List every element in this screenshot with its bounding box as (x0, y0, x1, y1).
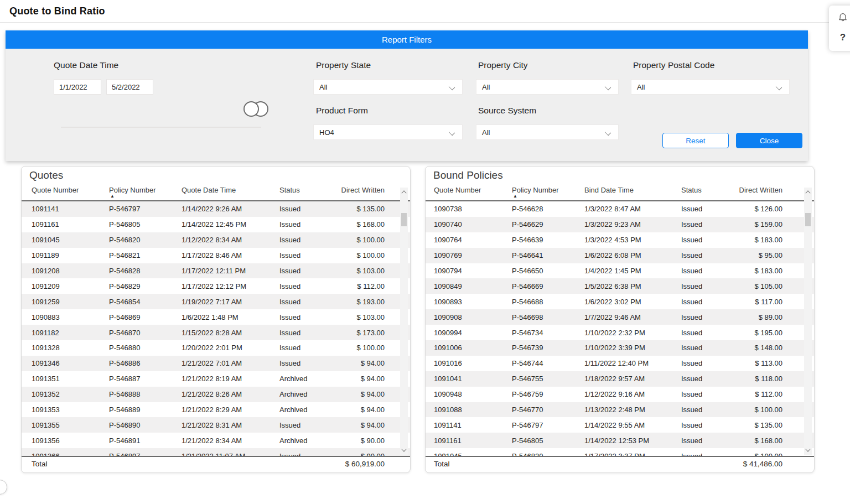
total-label: Total (434, 460, 450, 468)
table-row[interactable]: 1090849P-5466691/5/2022 6:38 PMIssued$ 1… (426, 278, 814, 294)
column-header-status[interactable]: Status (279, 186, 331, 200)
column-header-status[interactable]: Status (681, 186, 719, 200)
table-cell: Issued (279, 220, 331, 228)
table-row[interactable]: 1091351P-5468871/21/2022 8:19 AMArchived… (22, 371, 410, 387)
table-row[interactable]: 1091006P-5467391/10/2022 3:39 PMIssued$ … (426, 340, 814, 356)
table-row[interactable]: 1091366P-5468971/21/2022 11:07 AMIssued$… (22, 448, 410, 456)
chevron-down-icon (449, 129, 455, 136)
table-cell: $ 94.00 (331, 421, 410, 429)
close-button[interactable]: Close (736, 133, 802, 148)
scrollbar-thumb[interactable] (401, 213, 407, 226)
scroll-down-icon[interactable] (401, 446, 406, 451)
page-edge-handle[interactable] (0, 480, 7, 495)
table-cell: 1090738 (434, 205, 512, 213)
table-row[interactable]: 1090740P-5466291/3/2022 9:23 AMIssued$ 1… (426, 217, 814, 232)
column-header-policy-number[interactable]: Policy Number (512, 186, 584, 200)
table-row[interactable]: 1091161P-5468051/14/2022 12:53 PMIssued$… (426, 433, 814, 448)
property-city-dropdown[interactable]: All (476, 79, 619, 95)
bound-total-row: Total $ 41,486.00 (426, 456, 814, 471)
table-row[interactable]: 1091346P-5468861/21/2022 7:01 AMIssued$ … (22, 356, 410, 371)
table-row[interactable]: 1091259P-5468541/19/2022 7:17 AMIssued$ … (22, 294, 410, 309)
table-cell: P-546869 (109, 313, 182, 321)
property-city-value: All (482, 83, 490, 91)
table-cell: P-546897 (109, 452, 182, 456)
table-row[interactable]: 1090948P-5467591/12/2022 9:16 AMIssued$ … (426, 387, 814, 402)
table-row[interactable]: 1090883P-5468691/6/2022 1:48 PMIssued$ 1… (22, 309, 410, 325)
table-cell: $ 103.00 (331, 267, 410, 275)
table-row[interactable]: 1090908P-5466981/7/2022 9:46 AMIssued$ 8… (426, 309, 814, 325)
table-cell: P-546821 (109, 251, 182, 259)
quotes-table-card: Quotes Quote Number Policy Number Quote … (21, 166, 411, 473)
table-row[interactable]: 1091189P-5468211/17/2022 8:46 AMIssued$ … (22, 248, 410, 263)
source-system-dropdown[interactable]: All (476, 124, 619, 140)
scroll-up-icon[interactable] (401, 190, 406, 195)
help-button[interactable]: ? (837, 32, 849, 44)
table-cell: P-546890 (109, 421, 182, 429)
table-row[interactable]: 1091182P-5468701/15/2022 8:28 AMIssued$ … (22, 325, 410, 340)
table-row[interactable]: 1091352P-5468881/21/2022 8:26 AMArchived… (22, 387, 410, 402)
property-state-dropdown[interactable]: All (313, 79, 463, 95)
column-header-quote-number[interactable]: Quote Number (32, 186, 109, 200)
table-row[interactable]: 1091141P-5467971/14/2022 9:55 AMIssued$ … (426, 417, 814, 433)
table-cell: P-546639 (512, 236, 584, 244)
table-row[interactable]: 1090764P-5466391/3/2022 4:53 PMIssued$ 1… (426, 232, 814, 248)
table-row[interactable]: 1090794P-5466501/4/2022 1:45 PMIssued$ 1… (426, 263, 814, 279)
table-cell: 1/21/2022 8:34 AM (182, 437, 279, 445)
table-cell: 1091045 (32, 236, 109, 244)
table-cell: $ 103.00 (331, 313, 410, 321)
table-cell: P-546628 (512, 205, 584, 213)
quote-date-end-input[interactable]: 5/2/2022 (106, 79, 153, 95)
date-range-slider-track[interactable] (61, 127, 261, 128)
table-row[interactable]: 1091355P-5468901/21/2022 8:31 AMIssued$ … (22, 417, 410, 433)
property-postal-code-dropdown[interactable]: All (631, 79, 790, 95)
table-cell: 1090908 (434, 313, 512, 321)
table-row[interactable]: 1090769P-5466411/6/2022 6:08 PMIssued$ 9… (426, 248, 814, 263)
table-row[interactable]: 1091209P-5468291/17/2022 12:12 PMIssued$… (22, 278, 410, 294)
column-header-quote-number[interactable]: Quote Number (434, 186, 512, 200)
table-row[interactable]: 1091045P-5468201/12/2022 8:34 AMIssued$ … (22, 232, 410, 248)
table-row[interactable]: 1090994P-5467341/10/2022 2:32 PMIssued$ … (426, 325, 814, 340)
column-header-policy-number[interactable]: Policy Number (109, 186, 182, 200)
column-header-direct-written[interactable]: Direct Written (331, 186, 410, 200)
date-range-slider-handle-start[interactable] (243, 101, 259, 117)
quote-date-start-input[interactable]: 1/1/2022 (54, 79, 101, 95)
quotes-scrollbar[interactable] (400, 188, 408, 455)
table-row[interactable]: 1091161P-5468051/14/2022 12:45 PMIssued$… (22, 217, 410, 232)
table-row[interactable]: 1091016P-5467441/11/2022 12:40 PMIssued$… (426, 356, 814, 371)
notifications-button[interactable] (837, 13, 849, 25)
table-row[interactable]: 1091045P-5468201/17/2022 3:37 PMIssued$ … (426, 448, 814, 456)
table-row[interactable]: 1091328P-5468801/20/2022 2:01 PMIssued$ … (22, 340, 410, 356)
table-row[interactable]: 1091356P-5468911/21/2022 8:34 AMArchived… (22, 433, 410, 448)
scroll-down-icon[interactable] (805, 446, 810, 451)
column-header-direct-written[interactable]: Direct Written (719, 186, 814, 200)
table-cell: 1091006 (434, 344, 512, 352)
table-row[interactable]: 1091353P-5468891/21/2022 8:29 AMArchived… (22, 402, 410, 418)
table-cell: 1/18/2022 9:57 AM (584, 375, 681, 383)
table-cell: P-546820 (512, 452, 584, 456)
scroll-up-icon[interactable] (805, 190, 810, 195)
table-cell: 1/14/2022 9:55 AM (584, 421, 681, 429)
product-form-dropdown[interactable]: HO4 (313, 124, 463, 140)
reset-button[interactable]: Reset (662, 133, 729, 148)
table-row[interactable]: 1090738P-5466281/3/2022 8:47 AMIssued$ 1… (426, 201, 814, 217)
column-header-bind-date-time[interactable]: Bind Date Time (584, 186, 681, 200)
table-row[interactable]: 1091088P-5467701/13/2022 2:48 PMIssued$ … (426, 402, 814, 418)
table-row[interactable]: 1091141P-5467971/14/2022 9:26 AMIssued$ … (22, 201, 410, 217)
scrollbar-thumb[interactable] (805, 213, 811, 226)
bound-scrollbar[interactable] (804, 188, 812, 455)
quick-actions-panel: ? (829, 6, 850, 51)
table-cell: P-546889 (109, 406, 182, 414)
table-cell: $ 113.00 (719, 359, 814, 367)
column-header-quote-date-time[interactable]: Quote Date Time (182, 186, 279, 200)
table-cell: 1091208 (32, 267, 109, 275)
table-cell: 1/17/2022 3:37 PM (584, 452, 681, 456)
table-row[interactable]: 1090893P-5466881/6/2022 3:02 PMIssued$ 1… (426, 294, 814, 309)
chevron-down-icon (449, 84, 455, 90)
table-cell: Issued (681, 267, 719, 275)
table-cell: 1/21/2022 8:19 AM (182, 375, 279, 383)
table-row[interactable]: 1091041P-5467551/18/2022 9:57 AMIssued$ … (426, 371, 814, 387)
table-row[interactable]: 1091208P-5468281/17/2022 12:11 PMIssued$… (22, 263, 410, 279)
table-cell: 1/19/2022 7:17 AM (182, 298, 279, 306)
table-cell: 1091182 (32, 329, 109, 337)
table-cell: 1091189 (32, 251, 109, 259)
